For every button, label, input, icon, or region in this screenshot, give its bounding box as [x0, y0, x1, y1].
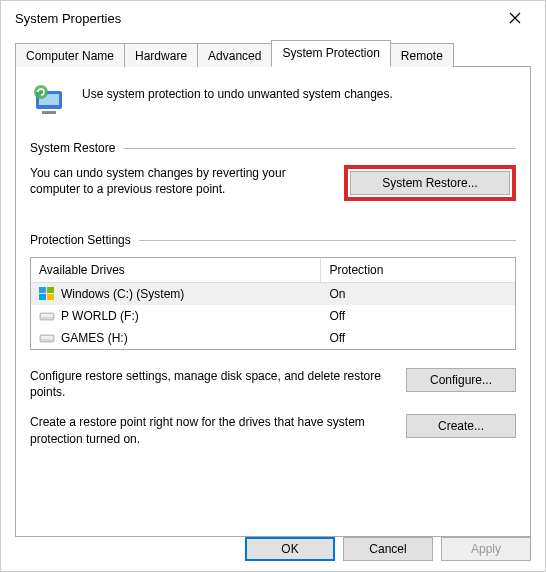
system-protection-icon	[30, 81, 68, 119]
windows-drive-icon	[39, 287, 55, 301]
svg-point-3	[34, 85, 48, 99]
configure-button[interactable]: Configure...	[406, 368, 516, 392]
button-label: System Restore...	[382, 176, 477, 190]
drives-table: Available Drives Protection Windows (C:)…	[30, 257, 516, 350]
drive-cell: P WORLD (F:)	[31, 308, 321, 324]
svg-rect-5	[47, 287, 54, 293]
button-label: Configure...	[430, 373, 492, 387]
section-label: Protection Settings	[30, 233, 131, 247]
hdd-icon	[39, 309, 55, 323]
column-header-protection[interactable]: Protection	[321, 258, 515, 282]
cancel-button[interactable]: Cancel	[343, 537, 433, 561]
svg-rect-6	[39, 294, 46, 300]
table-row[interactable]: P WORLD (F:) Off	[31, 305, 515, 327]
drive-cell: GAMES (H:)	[31, 330, 321, 346]
close-icon	[509, 12, 521, 24]
create-row: Create a restore point right now for the…	[30, 414, 516, 446]
svg-rect-2	[42, 111, 56, 114]
window-title: System Properties	[15, 11, 121, 26]
system-properties-dialog: System Properties Computer Name Hardware…	[0, 0, 546, 572]
tab-advanced[interactable]: Advanced	[197, 43, 272, 67]
protection-cell: On	[321, 286, 515, 302]
system-restore-button[interactable]: System Restore...	[350, 171, 510, 195]
tab-remote[interactable]: Remote	[390, 43, 454, 67]
dialog-button-row: OK Cancel Apply	[245, 537, 531, 561]
drive-name: GAMES (H:)	[61, 331, 128, 345]
create-desc: Create a restore point right now for the…	[30, 414, 386, 446]
table-row[interactable]: GAMES (H:) Off	[31, 327, 515, 349]
tab-label: Advanced	[208, 49, 261, 63]
system-restore-heading: System Restore	[30, 141, 516, 155]
divider	[139, 240, 516, 241]
section-label: System Restore	[30, 141, 115, 155]
drive-name: Windows (C:) (System)	[61, 287, 184, 301]
apply-button[interactable]: Apply	[441, 537, 531, 561]
drive-name: P WORLD (F:)	[61, 309, 139, 323]
protection-cell: Off	[321, 308, 515, 324]
ok-button[interactable]: OK	[245, 537, 335, 561]
protection-settings-heading: Protection Settings	[30, 233, 516, 247]
intro-row: Use system protection to undo unwanted s…	[30, 81, 516, 119]
button-label: Create...	[438, 419, 484, 433]
divider	[123, 148, 516, 149]
tab-computer-name[interactable]: Computer Name	[15, 43, 125, 67]
tab-strip: Computer Name Hardware Advanced System P…	[15, 39, 531, 67]
tab-hardware[interactable]: Hardware	[124, 43, 198, 67]
configure-row: Configure restore settings, manage disk …	[30, 368, 516, 400]
protection-cell: Off	[321, 330, 515, 346]
tab-label: System Protection	[282, 46, 379, 60]
drives-table-header: Available Drives Protection	[31, 258, 515, 283]
configure-desc: Configure restore settings, manage disk …	[30, 368, 386, 400]
tab-system-protection[interactable]: System Protection	[271, 40, 390, 67]
button-label: Apply	[471, 542, 501, 556]
create-button[interactable]: Create...	[406, 414, 516, 438]
drive-cell: Windows (C:) (System)	[31, 286, 321, 302]
system-restore-desc: You can undo system changes by reverting…	[30, 165, 324, 197]
intro-text: Use system protection to undo unwanted s…	[82, 81, 393, 101]
svg-rect-9	[41, 314, 53, 317]
tab-label: Remote	[401, 49, 443, 63]
hdd-icon	[39, 331, 55, 345]
column-header-drives[interactable]: Available Drives	[31, 258, 321, 282]
svg-rect-4	[39, 287, 46, 293]
titlebar: System Properties	[1, 1, 545, 35]
highlight-box: System Restore...	[344, 165, 516, 201]
table-row[interactable]: Windows (C:) (System) On	[31, 283, 515, 305]
tab-label: Computer Name	[26, 49, 114, 63]
svg-rect-11	[41, 336, 53, 339]
button-label: Cancel	[369, 542, 406, 556]
button-label: OK	[281, 542, 298, 556]
close-button[interactable]	[495, 3, 535, 33]
system-restore-row: You can undo system changes by reverting…	[30, 165, 516, 201]
svg-rect-7	[47, 294, 54, 300]
tab-panel-system-protection: Use system protection to undo unwanted s…	[15, 67, 531, 537]
tab-label: Hardware	[135, 49, 187, 63]
